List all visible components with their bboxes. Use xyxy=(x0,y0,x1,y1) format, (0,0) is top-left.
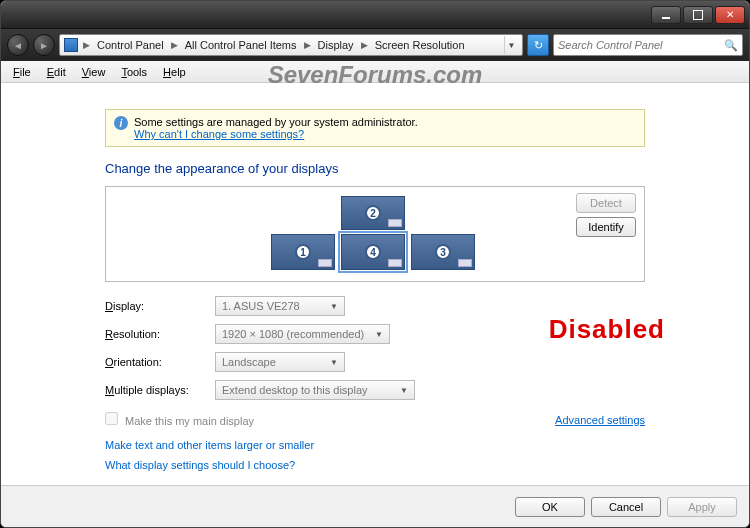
window: ◄ ► ▶ Control Panel ▶ All Control Panel … xyxy=(0,0,750,528)
menu-file[interactable]: File xyxy=(7,64,37,80)
chevron-right-icon: ▶ xyxy=(358,40,371,50)
multiple-displays-value: Extend desktop to this display xyxy=(222,384,368,396)
info-link[interactable]: Why can't I change some settings? xyxy=(134,128,304,140)
taskbar-icon xyxy=(458,259,472,267)
orientation-label: Orientation: xyxy=(105,356,215,368)
monitor-number: 2 xyxy=(365,205,381,221)
multiple-displays-dropdown[interactable]: Extend desktop to this display ▼ xyxy=(215,380,415,400)
display-dropdown[interactable]: 1. ASUS VE278 ▼ xyxy=(215,296,345,316)
navbar: ◄ ► ▶ Control Panel ▶ All Control Panel … xyxy=(1,29,749,61)
monitor-2[interactable]: 2 xyxy=(341,196,405,230)
breadcrumb-item[interactable]: All Control Panel Items xyxy=(183,39,299,51)
cancel-button[interactable]: Cancel xyxy=(591,497,661,517)
detect-button: Detect xyxy=(576,193,636,213)
resolution-dropdown[interactable]: 1920 × 1080 (recommended) ▼ xyxy=(215,324,390,344)
menubar: File Edit View Tools Help SevenForums.co… xyxy=(1,61,749,83)
breadcrumb-item[interactable]: Display xyxy=(316,39,356,51)
orientation-dropdown[interactable]: Landscape ▼ xyxy=(215,352,345,372)
content-area: i Some settings are managed by your syst… xyxy=(1,83,749,485)
chevron-right-icon: ▶ xyxy=(301,40,314,50)
menu-help[interactable]: Help xyxy=(157,64,192,80)
identify-button[interactable]: Identify xyxy=(576,217,636,237)
main-display-checkbox-label: Make this my main display xyxy=(105,412,254,427)
info-icon: i xyxy=(114,116,128,130)
close-button[interactable] xyxy=(715,6,745,24)
monitor-number: 1 xyxy=(295,244,311,260)
breadcrumb-item[interactable]: Control Panel xyxy=(95,39,166,51)
main-display-checkbox xyxy=(105,412,118,425)
display-preview[interactable]: 2 1 4 3 xyxy=(105,186,645,282)
disabled-stamp: Disabled xyxy=(549,314,665,345)
text-size-link[interactable]: Make text and other items larger or smal… xyxy=(105,439,645,451)
resolution-value: 1920 × 1080 (recommended) xyxy=(222,328,364,340)
menu-edit[interactable]: Edit xyxy=(41,64,72,80)
forward-button[interactable]: ► xyxy=(33,34,55,56)
taskbar-icon xyxy=(388,219,402,227)
display-label: Display: xyxy=(105,300,215,312)
resolution-label: Resolution: xyxy=(105,328,215,340)
search-box[interactable]: 🔍 xyxy=(553,34,743,56)
monitor-number: 3 xyxy=(435,244,451,260)
orientation-value: Landscape xyxy=(222,356,276,368)
footer: OK Cancel Apply xyxy=(1,485,749,527)
monitor-4[interactable]: 4 xyxy=(341,234,405,270)
menu-tools[interactable]: Tools xyxy=(115,64,153,80)
chevron-right-icon: ▶ xyxy=(168,40,181,50)
maximize-button[interactable] xyxy=(683,6,713,24)
taskbar-icon xyxy=(388,259,402,267)
search-input[interactable] xyxy=(558,39,724,51)
chevron-down-icon: ▼ xyxy=(330,358,338,367)
search-icon: 🔍 xyxy=(724,39,738,52)
back-button[interactable]: ◄ xyxy=(7,34,29,56)
multiple-displays-label: Multiple displays: xyxy=(105,384,215,396)
advanced-settings-link[interactable]: Advanced settings xyxy=(555,414,645,426)
page-heading: Change the appearance of your displays xyxy=(105,161,645,176)
breadcrumb-dropdown[interactable]: ▼ xyxy=(504,36,518,54)
titlebar xyxy=(1,1,749,29)
monitor-3[interactable]: 3 xyxy=(411,234,475,270)
minimize-button[interactable] xyxy=(651,6,681,24)
monitor-number: 4 xyxy=(365,244,381,260)
breadcrumb[interactable]: ▶ Control Panel ▶ All Control Panel Item… xyxy=(59,34,523,56)
apply-button: Apply xyxy=(667,497,737,517)
chevron-down-icon: ▼ xyxy=(375,330,383,339)
info-text: Some settings are managed by your system… xyxy=(134,116,418,128)
chevron-right-icon: ▶ xyxy=(80,40,93,50)
taskbar-icon xyxy=(318,259,332,267)
refresh-button[interactable]: ↻ xyxy=(527,34,549,56)
chevron-down-icon: ▼ xyxy=(330,302,338,311)
menu-view[interactable]: View xyxy=(76,64,112,80)
monitor-1[interactable]: 1 xyxy=(271,234,335,270)
display-value: 1. ASUS VE278 xyxy=(222,300,300,312)
chevron-down-icon: ▼ xyxy=(400,386,408,395)
ok-button[interactable]: OK xyxy=(515,497,585,517)
help-link[interactable]: What display settings should I choose? xyxy=(105,459,645,471)
control-panel-icon xyxy=(64,38,78,52)
breadcrumb-item[interactable]: Screen Resolution xyxy=(373,39,467,51)
admin-info-box: i Some settings are managed by your syst… xyxy=(105,109,645,147)
